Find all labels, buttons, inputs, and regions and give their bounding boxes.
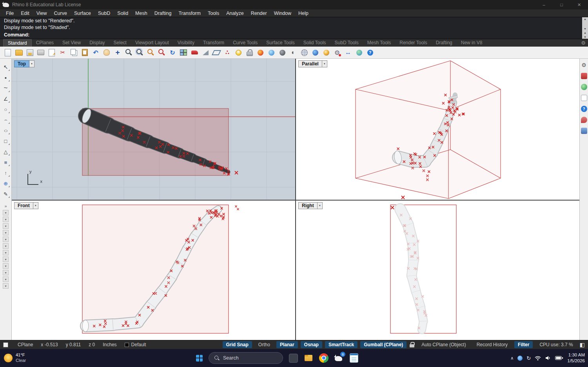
lights-icon[interactable]	[234, 48, 243, 57]
zoom-extents-icon[interactable]	[146, 48, 155, 57]
zoom-dynamic-icon[interactable]	[124, 48, 133, 57]
render-icon[interactable]	[256, 48, 265, 57]
render-preview-icon[interactable]	[267, 48, 276, 57]
maximize-button[interactable]	[553, 0, 570, 9]
help-icon[interactable]	[365, 48, 375, 57]
pan-view-icon[interactable]	[102, 48, 111, 57]
rendered-display-icon[interactable]	[310, 48, 320, 57]
toggle-osnap[interactable]: Osnap	[301, 341, 322, 348]
tab-drafting[interactable]: Drafting	[432, 39, 457, 47]
tab-surface-tools[interactable]: Surface Tools	[262, 39, 299, 47]
toolbar-group-9-icon[interactable]	[3, 263, 9, 269]
layer-button[interactable]: Default	[121, 342, 150, 347]
viewport-parallel-title[interactable]: Parallel	[298, 60, 327, 67]
object-snap-icon[interactable]	[223, 48, 232, 57]
status-swatch-icon[interactable]	[3, 342, 8, 347]
toolbar-group-4-icon[interactable]	[3, 230, 9, 235]
tab-visibility[interactable]: Visibility	[173, 39, 199, 47]
tab-display[interactable]: Display	[85, 39, 109, 47]
tab-render-tools[interactable]: Render Tools	[395, 39, 432, 47]
set-view-icon[interactable]	[201, 48, 210, 57]
viewport-layout-icon[interactable]	[179, 48, 188, 57]
ellipse-icon[interactable]	[2, 126, 10, 135]
viewport-right-label[interactable]: Right	[298, 202, 318, 209]
weather-widget[interactable]: 41°F Clear	[4, 349, 26, 367]
viewport-top-label[interactable]: Top	[14, 60, 29, 67]
raytraced-display-icon[interactable]	[321, 48, 331, 57]
sync-icon[interactable]	[526, 355, 531, 361]
viewport-parallel-label[interactable]: Parallel	[298, 60, 322, 67]
search-box[interactable]: Search	[209, 352, 283, 364]
menu-tools[interactable]: Tools	[204, 11, 223, 16]
panel-display-icon[interactable]	[581, 73, 587, 79]
export-file-icon[interactable]	[47, 48, 56, 57]
new-file-icon[interactable]	[3, 48, 13, 57]
viewport-menu-arrow-icon[interactable]	[33, 202, 38, 209]
move-icon[interactable]	[113, 48, 122, 57]
named-views-icon[interactable]	[190, 48, 199, 57]
tab-solid-tools[interactable]: Solid Tools	[299, 39, 330, 47]
tray-chevron-icon[interactable]	[510, 355, 514, 361]
menu-edit[interactable]: Edit	[17, 11, 33, 16]
battery-icon[interactable]	[555, 356, 563, 360]
curve-icon[interactable]	[2, 84, 10, 92]
viewport-front[interactable]: Front	[12, 201, 295, 340]
viewport-top[interactable]: Top y x	[12, 59, 295, 200]
menu-file[interactable]: File	[2, 11, 17, 16]
filter-button[interactable]: Filter	[514, 341, 533, 348]
rotate-view-icon[interactable]	[168, 48, 177, 57]
panel-libraries-icon[interactable]	[581, 128, 587, 134]
toolbar-group-5-icon[interactable]	[3, 237, 9, 242]
toggle-gumball-cplane[interactable]: Gumball (CPlane)	[360, 341, 407, 348]
menu-mesh[interactable]: Mesh	[132, 11, 151, 16]
polyline-icon[interactable]	[2, 94, 10, 103]
scroll-up-icon[interactable]	[584, 17, 586, 21]
viewport-parallel[interactable]: Parallel	[296, 59, 579, 200]
select-icon[interactable]	[2, 63, 10, 71]
viewport-right-title[interactable]: Right	[298, 202, 323, 209]
command-prompt[interactable]: Command:	[0, 31, 588, 39]
rectangle-icon[interactable]	[2, 137, 10, 145]
app-window-icon[interactable]	[289, 354, 298, 363]
rhino-app-icon[interactable]: 8	[334, 353, 344, 363]
document-options-icon[interactable]	[332, 48, 342, 57]
panel-properties-icon[interactable]	[581, 95, 587, 101]
panel-layers-icon[interactable]	[581, 84, 587, 90]
cut-icon[interactable]	[58, 48, 67, 57]
toolbar-group-11-icon[interactable]	[3, 277, 9, 282]
extrude-icon[interactable]	[2, 168, 10, 177]
viewport-menu-arrow-icon[interactable]	[29, 60, 34, 67]
menu-surface[interactable]: Surface	[71, 11, 94, 16]
command-prompt-scroll[interactable]	[582, 31, 588, 39]
tab-viewport-layout[interactable]: Viewport Layout	[131, 39, 173, 47]
menu-subd[interactable]: SubD	[94, 11, 114, 16]
toolbar-group-7-icon[interactable]	[3, 250, 9, 255]
tab-cplanes[interactable]: CPlanes	[32, 39, 58, 47]
ghosted-display-icon[interactable]	[289, 48, 298, 57]
lock-objects-icon[interactable]	[245, 48, 254, 57]
toolbar-group-12-icon[interactable]	[3, 283, 9, 289]
earth-anchor-icon[interactable]	[354, 48, 364, 57]
toolbar-group-1-icon[interactable]	[3, 210, 9, 215]
paste-icon[interactable]	[80, 48, 89, 57]
gumball-icon[interactable]	[2, 179, 10, 188]
viewport-front-title[interactable]: Front	[14, 202, 38, 209]
menu-window[interactable]: Window	[270, 11, 295, 16]
polygon-icon[interactable]	[2, 147, 10, 156]
wifi-icon[interactable]	[535, 355, 541, 361]
annotate-icon[interactable]	[2, 190, 10, 198]
toggle-planar[interactable]: Planar	[276, 341, 298, 348]
tab-set-view[interactable]: Set View	[58, 39, 85, 47]
minimize-button[interactable]	[535, 0, 553, 9]
tab-curve-tools[interactable]: Curve Tools	[229, 39, 262, 47]
file-explorer-icon[interactable]	[304, 353, 313, 363]
cloud-icon[interactable]	[517, 356, 523, 361]
panel-toggle-icon[interactable]	[580, 342, 585, 348]
scroll-up-icon[interactable]	[584, 31, 586, 35]
volume-icon[interactable]	[545, 355, 551, 361]
overflow-chevron-icon[interactable]	[3, 203, 9, 209]
zoom-window-icon[interactable]	[135, 48, 144, 57]
units-button[interactable]: Inches	[99, 342, 120, 347]
tab-mesh-tools[interactable]: Mesh Tools	[363, 39, 395, 47]
save-file-icon[interactable]	[25, 48, 34, 57]
